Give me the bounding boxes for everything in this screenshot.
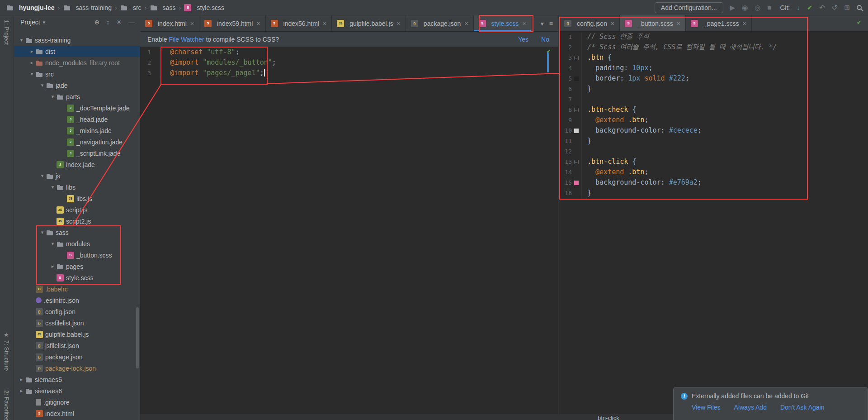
dont-ask-again-link[interactable]: Don't Ask Again (780, 404, 825, 411)
tree-item-package-json[interactable]: {}package.json (14, 351, 140, 363)
gutter-row[interactable]: 14 (559, 167, 581, 177)
code-line-1[interactable]: // Scss 한줄 주석 (587, 32, 868, 42)
gutter-row[interactable]: 13− (559, 157, 581, 167)
close-tab-icon[interactable]: × (677, 20, 680, 27)
color-preview-swatch[interactable] (574, 76, 579, 81)
banner-no-button[interactable]: No (541, 36, 549, 43)
breadcrumb-item[interactable]: sass-training (76, 4, 112, 11)
gutter-left[interactable]: 123 (140, 47, 160, 78)
fold-marker-icon[interactable]: − (574, 56, 579, 60)
banner-yes-button[interactable]: Yes (518, 36, 528, 43)
gutter-row[interactable]: 5 (559, 73, 581, 84)
project-tree-scrollbar[interactable] (136, 307, 139, 368)
breadcrumb-current-selector[interactable]: btn-click (598, 415, 619, 420)
code-left[interactable]: @charset "utf-8";@import "modules/_butto… (160, 47, 558, 78)
tree-item-style-scss[interactable]: Sstyle.scss (14, 272, 140, 283)
tree-item-doctemplate-jade[interactable]: J_docTemplate.jade (14, 102, 140, 114)
code-line-6[interactable]: } (587, 84, 868, 94)
gutter-right[interactable]: 123−45678−910111213−141516 (559, 32, 582, 198)
tool-window-structure-button[interactable]: 7: Structure (3, 340, 10, 371)
profiler-icon[interactable]: ◎ (755, 4, 760, 11)
close-tab-icon[interactable]: × (522, 20, 526, 27)
chevron-down-icon[interactable]: ▾ (49, 241, 57, 247)
chevron-down-icon[interactable]: ▾ (38, 229, 46, 235)
line-number[interactable]: 4 (559, 63, 572, 73)
line-number[interactable]: 6 (559, 84, 572, 94)
breadcrumb-project[interactable]: hyungju-lee (19, 4, 55, 11)
line-number[interactable]: 11 (559, 136, 572, 146)
code-line-10[interactable]: background-color: #cecece; (587, 125, 868, 136)
line-number[interactable]: 1 (140, 47, 151, 57)
line-number[interactable]: 16 (559, 188, 572, 198)
tab-index59-html[interactable]: 5index59.html× (199, 15, 266, 31)
tab-style-scss[interactable]: Sstyle.scss× (474, 15, 532, 31)
line-number[interactable]: 3 (559, 52, 572, 63)
gutter-row[interactable]: 16 (559, 188, 581, 198)
gutter-row[interactable]: 9 (559, 115, 581, 125)
tree-item-index-html[interactable]: 5index.html (14, 408, 140, 419)
tree-item-sass[interactable]: ▾sass (14, 227, 140, 238)
code-line-8[interactable]: .btn-check { (587, 105, 868, 115)
color-preview-swatch[interactable] (574, 129, 579, 133)
tab-config-json[interactable]: {}config.json× (559, 15, 620, 31)
rollback-icon[interactable]: ↶ (819, 4, 825, 11)
always-add-link[interactable]: Always Add (734, 404, 767, 411)
breadcrumb-file[interactable]: style.scss (197, 4, 224, 11)
code-line-5[interactable]: border: 1px solid #222; (587, 73, 868, 84)
line-number[interactable]: 1 (559, 32, 572, 42)
code-right[interactable]: // Scss 한줄 주석/* Scss 여러줄 주석, CSS로 컴파일 될 … (582, 32, 868, 198)
code-line-9[interactable]: @extend .btn; (587, 115, 868, 125)
chevron-right-icon[interactable]: ▸ (18, 388, 25, 394)
hidden-tabs-icon[interactable]: ▾ (541, 20, 544, 27)
chevron-right-icon[interactable]: ▸ (49, 263, 57, 269)
line-number[interactable]: 2 (140, 57, 151, 68)
gutter-row[interactable]: 2 (559, 42, 581, 52)
tree-item-node-modules[interactable]: ▸node_moduleslibrary root (14, 57, 140, 68)
breadcrumb-item[interactable]: sass (163, 4, 176, 11)
tree-item-index-jade[interactable]: Jindex.jade (14, 159, 140, 170)
code-line-7[interactable] (587, 94, 868, 105)
tree-item-modules[interactable]: ▾modules (14, 238, 140, 249)
code-line-14[interactable]: @extend .btn; (587, 167, 868, 177)
code-line-11[interactable]: } (587, 136, 868, 146)
chevron-right-icon[interactable]: ▸ (18, 377, 25, 382)
line-number[interactable]: 2 (559, 42, 572, 52)
gutter-row[interactable]: 8− (559, 105, 581, 115)
gear-icon[interactable]: ✳ (116, 19, 122, 26)
tree-item-jade[interactable]: ▾jade (14, 80, 140, 91)
tree-item-babelrc[interactable]: B.babelrc (14, 283, 140, 295)
code-line-16[interactable]: } (587, 188, 868, 198)
close-tab-icon[interactable]: × (397, 20, 401, 27)
tab-package-json[interactable]: {}package.json× (406, 15, 474, 31)
tab-menu-icon[interactable]: ≡ (549, 20, 553, 27)
chevron-right-icon[interactable]: ▸ (28, 60, 36, 66)
code-line-1[interactable]: @charset "utf-8"; (170, 47, 558, 57)
code-line-12[interactable] (587, 146, 868, 157)
tree-item-config-json[interactable]: {}config.json (14, 306, 140, 317)
tree-item-dist[interactable]: ▸dist (14, 46, 140, 57)
close-tab-icon[interactable]: × (256, 20, 260, 27)
line-number[interactable]: 10 (559, 125, 572, 136)
tree-item-package-lock-json[interactable]: {}package-lock.json (14, 363, 140, 374)
view-files-link[interactable]: View Files (692, 404, 721, 411)
search-everywhere-icon[interactable] (857, 5, 862, 10)
code-line-15[interactable]: background-color: #e769a2; (587, 177, 868, 188)
vcs-commit-icon[interactable]: ✔ (807, 4, 813, 11)
chevron-down-icon[interactable]: ▾ (49, 184, 57, 190)
line-number[interactable]: 9 (559, 115, 572, 125)
fold-marker-icon[interactable]: − (574, 160, 579, 164)
chevron-down-icon[interactable]: ▾ (18, 37, 25, 43)
gutter-row[interactable]: 2 (140, 57, 160, 68)
locate-file-icon[interactable]: ⊕ (94, 19, 100, 26)
line-number[interactable]: 5 (559, 73, 572, 84)
tree-item-navigation-jade[interactable]: J_navigation.jade (14, 136, 140, 148)
code-line-2[interactable]: /* Scss 여러줄 주석, CSS로 컴파일 될 때 해석됩니다. */ (587, 42, 868, 52)
vcs-update-icon[interactable]: ↓ (797, 4, 800, 11)
tool-window-favorites-button[interactable]: 2: Favorites (3, 390, 10, 420)
tab-page1-scss[interactable]: S_page1.scss× (686, 15, 752, 31)
line-number[interactable]: 7 (559, 94, 572, 105)
gutter-row[interactable]: 1 (559, 32, 581, 42)
tree-item-js[interactable]: ▾js (14, 170, 140, 181)
chevron-down-icon[interactable]: ▾ (38, 82, 46, 88)
tab-index56-html[interactable]: 5index56.html× (266, 15, 332, 31)
